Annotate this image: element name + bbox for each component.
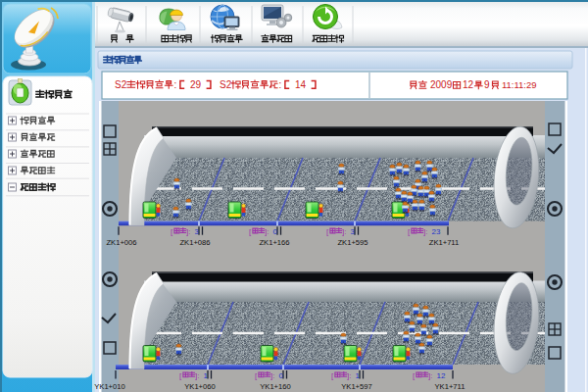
svg-text:29: 29 (190, 79, 202, 90)
svg-text:9: 9 (484, 79, 490, 90)
svg-text:]:: ]: (428, 371, 432, 380)
svg-text:1: 1 (204, 371, 209, 380)
svg-text:14: 14 (295, 79, 307, 90)
svg-text:ZK1+006: ZK1+006 (106, 238, 136, 247)
svg-text:12: 12 (463, 79, 474, 90)
svg-text:]:: ]: (195, 371, 199, 380)
svg-text:ZK1+595: ZK1+595 (337, 238, 368, 247)
svg-text::: : (174, 79, 177, 90)
svg-text:11:11:29: 11:11:29 (502, 79, 537, 90)
svg-text:YK1+711: YK1+711 (435, 382, 466, 391)
svg-text:]:: ]: (347, 371, 351, 380)
svg-text:1: 1 (356, 371, 361, 380)
svg-text:3: 3 (195, 227, 200, 236)
svg-text:]:: ]: (270, 371, 274, 380)
svg-text:0: 0 (279, 371, 284, 380)
svg-text:YK1+010: YK1+010 (94, 382, 124, 391)
svg-text:ZK1+166: ZK1+166 (259, 238, 289, 247)
svg-text:ZK1+086: ZK1+086 (179, 238, 210, 247)
svg-text::: : (279, 79, 282, 90)
svg-text:12: 12 (437, 371, 446, 380)
svg-text:]:: ]: (265, 227, 269, 236)
svg-text:2009: 2009 (430, 79, 453, 90)
svg-text:23: 23 (432, 227, 441, 236)
svg-text:YK1+597: YK1+597 (341, 382, 371, 391)
svg-text:ZK1+711: ZK1+711 (429, 238, 459, 247)
svg-text:3: 3 (351, 227, 356, 236)
svg-text:S2: S2 (115, 79, 127, 90)
svg-text:]:: ]: (342, 227, 346, 236)
svg-text:]:: ]: (423, 227, 427, 236)
svg-text:0: 0 (273, 227, 278, 236)
svg-text:]:: ]: (186, 227, 190, 236)
svg-text:YK1+160: YK1+160 (260, 382, 290, 391)
svg-text:S2: S2 (220, 79, 232, 90)
svg-text:YK1+060: YK1+060 (184, 382, 215, 391)
